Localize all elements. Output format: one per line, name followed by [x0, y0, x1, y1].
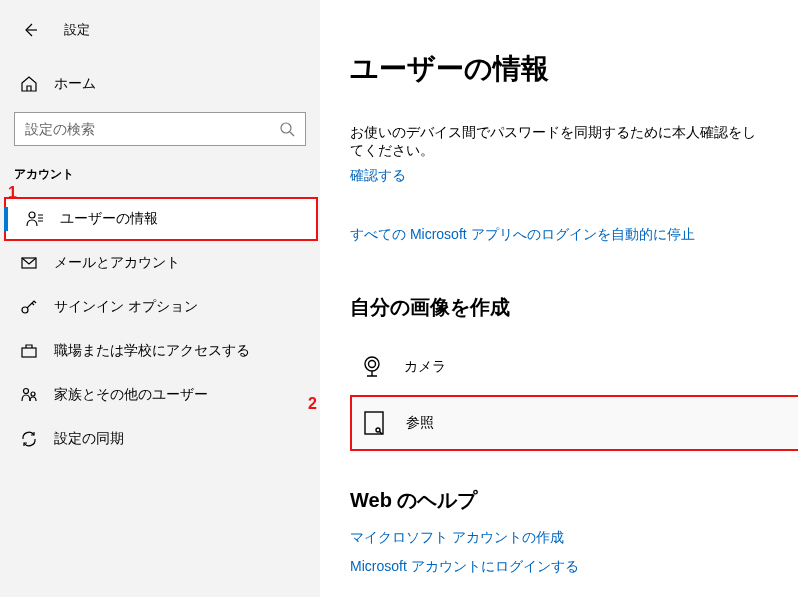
web-help-heading: Web のヘルプ	[350, 487, 768, 514]
camera-icon	[358, 353, 386, 381]
user-info-icon	[26, 210, 44, 228]
home-icon	[20, 75, 38, 93]
svg-point-10	[376, 428, 380, 432]
browse-label: 参照	[406, 414, 434, 432]
search-input[interactable]	[25, 121, 279, 137]
main-content: ユーザーの情報 お使いのデバイス間でパスワードを同期するために本人確認をしてくだ…	[320, 0, 798, 597]
svg-rect-4	[22, 348, 36, 357]
camera-label: カメラ	[404, 358, 446, 376]
svg-point-8	[369, 361, 376, 368]
svg-point-0	[281, 123, 291, 133]
sidebar-item-user-info[interactable]: ユーザーの情報	[4, 197, 318, 241]
sidebar-item-work[interactable]: 職場または学校にアクセスする	[0, 329, 320, 373]
stop-login-link[interactable]: すべての Microsoft アプリへのログインを自動的に停止	[350, 226, 695, 244]
back-arrow-icon	[22, 22, 38, 38]
search-icon	[279, 121, 295, 137]
annotation-1: 1	[8, 184, 17, 202]
sidebar-item-label: ユーザーの情報	[60, 210, 158, 228]
key-icon	[20, 298, 38, 316]
header-row: 設定	[0, 14, 320, 46]
home-label: ホーム	[54, 75, 96, 93]
sidebar-item-email[interactable]: メールとアカウント	[0, 241, 320, 285]
svg-point-6	[31, 392, 35, 396]
svg-point-7	[365, 357, 379, 371]
home-row[interactable]: ホーム	[0, 62, 320, 106]
sidebar-item-label: 職場または学校にアクセスする	[54, 342, 250, 360]
sidebar-item-label: 家族とその他のユーザー	[54, 386, 208, 404]
camera-option[interactable]: カメラ	[350, 339, 768, 395]
sidebar-item-family[interactable]: 家族とその他のユーザー	[0, 373, 320, 417]
sidebar-item-label: 設定の同期	[54, 430, 124, 448]
sidebar-item-label: メールとアカウント	[54, 254, 180, 272]
email-icon	[20, 254, 38, 272]
section-label: アカウント	[0, 166, 320, 183]
annotation-2: 2	[308, 395, 317, 413]
svg-point-1	[29, 212, 35, 218]
help-link-login[interactable]: Microsoft アカウントにログインする	[350, 558, 579, 576]
sidebar-item-signin[interactable]: サインイン オプション	[0, 285, 320, 329]
sidebar-item-label: サインイン オプション	[54, 298, 198, 316]
create-image-heading: 自分の画像を作成	[350, 294, 768, 321]
sync-description: お使いのデバイス間でパスワードを同期するために本人確認をしてください。	[350, 124, 768, 160]
briefcase-icon	[20, 342, 38, 360]
family-icon	[20, 386, 38, 404]
nav-items: ユーザーの情報 メールとアカウント サインイン オプション	[0, 197, 320, 461]
browse-option[interactable]: 参照	[350, 395, 798, 451]
svg-point-5	[24, 389, 29, 394]
window-title: 設定	[64, 21, 90, 39]
browse-icon	[360, 409, 388, 437]
sidebar-item-sync[interactable]: 設定の同期	[0, 417, 320, 461]
back-button[interactable]	[20, 20, 40, 40]
page-title: ユーザーの情報	[350, 50, 768, 88]
sync-icon	[20, 430, 38, 448]
search-box[interactable]	[14, 112, 306, 146]
help-link-create-account[interactable]: マイクロソフト アカウントの作成	[350, 529, 564, 547]
verify-link[interactable]: 確認する	[350, 167, 406, 185]
sidebar: 設定 ホーム アカウント 1 ユーザーの情報	[0, 0, 320, 597]
